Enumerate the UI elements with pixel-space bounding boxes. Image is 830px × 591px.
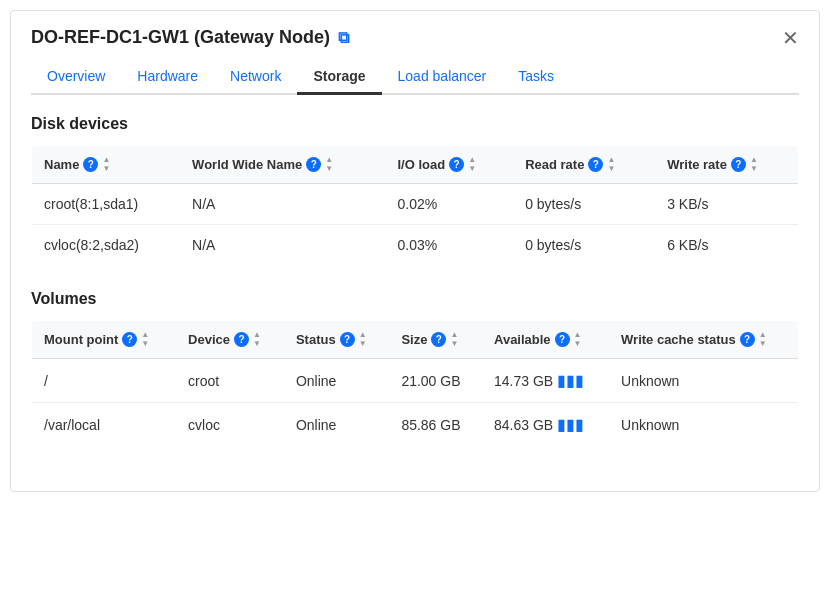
vol-col-mount: Mount point ?: [32, 321, 177, 359]
write-sort-icon[interactable]: [750, 156, 758, 173]
status-help-icon[interactable]: ?: [340, 332, 355, 347]
disk-name: croot(8:1,sda1): [32, 184, 181, 225]
col-read-rate: Read rate ?: [513, 146, 655, 184]
vol-col-write-cache: Write cache status ?: [609, 321, 798, 359]
read-help-icon[interactable]: ?: [588, 157, 603, 172]
table-row: cvloc(8:2,sda2) N/A 0.03% 0 bytes/s 6 KB…: [32, 225, 799, 266]
name-sort-icon[interactable]: [102, 156, 110, 173]
mount-sort-icon[interactable]: [141, 331, 149, 348]
external-link-icon[interactable]: ⧉: [338, 29, 349, 47]
disk-wwn: N/A: [180, 184, 385, 225]
wwn-help-icon[interactable]: ?: [306, 157, 321, 172]
available-sort-icon[interactable]: [574, 331, 582, 348]
available-help-icon[interactable]: ?: [555, 332, 570, 347]
volumes-title: Volumes: [31, 290, 799, 308]
tab-overview[interactable]: Overview: [31, 60, 121, 95]
io-help-icon[interactable]: ?: [449, 157, 464, 172]
vol-size: 21.00 GB: [389, 359, 482, 403]
vol-size: 85.86 GB: [389, 403, 482, 447]
col-wwn: World Wide Name ?: [180, 146, 385, 184]
device-help-icon[interactable]: ?: [234, 332, 249, 347]
tab-hardware[interactable]: Hardware: [121, 60, 214, 95]
tab-load-balancer[interactable]: Load balancer: [382, 60, 503, 95]
table-row: / croot Online 21.00 GB 14.73 GB ▮▮▮ Unk…: [32, 359, 799, 403]
io-sort-icon[interactable]: [468, 156, 476, 173]
wwn-sort-icon[interactable]: [325, 156, 333, 173]
tab-network[interactable]: Network: [214, 60, 297, 95]
vol-status: Online: [284, 403, 389, 447]
vol-col-status: Status ?: [284, 321, 389, 359]
bar-chart-icon[interactable]: ▮▮▮: [557, 372, 584, 389]
bar-chart-icon[interactable]: ▮▮▮: [557, 416, 584, 433]
write-cache-sort-icon[interactable]: [759, 331, 767, 348]
col-io-load: I/O load ?: [386, 146, 514, 184]
vol-mount-point: /: [32, 359, 177, 403]
name-help-icon[interactable]: ?: [83, 157, 98, 172]
write-help-icon[interactable]: ?: [731, 157, 746, 172]
vol-status: Online: [284, 359, 389, 403]
col-write-rate: Write rate ?: [655, 146, 798, 184]
vol-mount-point: /var/local: [32, 403, 177, 447]
title-text: DO-REF-DC1-GW1 (Gateway Node): [31, 27, 330, 48]
tab-tasks[interactable]: Tasks: [502, 60, 570, 95]
main-panel: DO-REF-DC1-GW1 (Gateway Node) ⧉ ✕ Overvi…: [10, 10, 820, 492]
tab-bar: Overview Hardware Network Storage Load b…: [31, 60, 799, 95]
size-help-icon[interactable]: ?: [431, 332, 446, 347]
table-row: /var/local cvloc Online 85.86 GB 84.63 G…: [32, 403, 799, 447]
disk-write-rate: 3 KB/s: [655, 184, 798, 225]
disk-name: cvloc(8:2,sda2): [32, 225, 181, 266]
vol-available: 14.73 GB ▮▮▮: [482, 359, 609, 403]
vol-available: 84.63 GB ▮▮▮: [482, 403, 609, 447]
table-row: croot(8:1,sda1) N/A 0.02% 0 bytes/s 3 KB…: [32, 184, 799, 225]
disk-devices-table: Name ? World Wide Name ? I/O load: [31, 145, 799, 266]
vol-device: croot: [176, 359, 284, 403]
vol-write-cache-status: Unknown: [609, 359, 798, 403]
disk-read-rate: 0 bytes/s: [513, 184, 655, 225]
close-icon[interactable]: ✕: [782, 28, 799, 48]
panel-header: DO-REF-DC1-GW1 (Gateway Node) ⧉ ✕: [31, 27, 799, 48]
size-sort-icon[interactable]: [450, 331, 458, 348]
col-name: Name ?: [32, 146, 181, 184]
vol-col-available: Available ?: [482, 321, 609, 359]
vol-write-cache-status: Unknown: [609, 403, 798, 447]
disk-wwn: N/A: [180, 225, 385, 266]
vol-device: cvloc: [176, 403, 284, 447]
disk-write-rate: 6 KB/s: [655, 225, 798, 266]
vol-col-device: Device ?: [176, 321, 284, 359]
write-cache-help-icon[interactable]: ?: [740, 332, 755, 347]
volumes-table: Mount point ? Device ? Status ?: [31, 320, 799, 447]
read-sort-icon[interactable]: [607, 156, 615, 173]
disk-io-load: 0.03%: [386, 225, 514, 266]
disk-devices-title: Disk devices: [31, 115, 799, 133]
vol-col-size: Size ?: [389, 321, 482, 359]
status-sort-icon[interactable]: [359, 331, 367, 348]
tab-storage[interactable]: Storage: [297, 60, 381, 95]
disk-io-load: 0.02%: [386, 184, 514, 225]
panel-title: DO-REF-DC1-GW1 (Gateway Node) ⧉: [31, 27, 349, 48]
disk-read-rate: 0 bytes/s: [513, 225, 655, 266]
mount-help-icon[interactable]: ?: [122, 332, 137, 347]
device-sort-icon[interactable]: [253, 331, 261, 348]
